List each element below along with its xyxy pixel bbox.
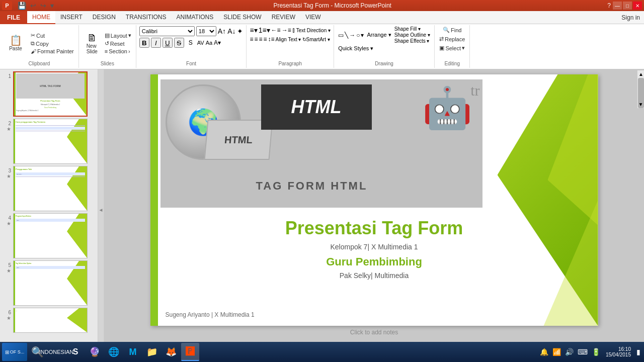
tray-icon-4[interactable]: ⌨	[576, 348, 589, 356]
maximize-button[interactable]: □	[623, 2, 632, 10]
slide-thumbnail-4[interactable]: Program Input Button code...	[13, 213, 88, 258]
vertical-scrollbar[interactable]: ▲ ▼	[637, 70, 644, 108]
slide-thumbnail-3[interactable]: Penggunaan Tab code block...	[13, 166, 88, 211]
slide-thumbnail-1[interactable]: HTML TAG FORM Presentasi Tag Form Kelomp…	[13, 71, 88, 117]
start-button[interactable]: ⊞ OF S...	[2, 343, 27, 361]
align-center-button[interactable]: ≡	[254, 36, 258, 43]
text-direction-button[interactable]: Text Direction ▾	[296, 28, 331, 33]
find-button[interactable]: 🔍 Find	[441, 26, 463, 34]
taskbar-icon-powerpoint[interactable]: 🅿	[181, 343, 199, 361]
bullet-list-button[interactable]: ≡▾	[250, 26, 257, 34]
select-button[interactable]: ▣ Select ▾	[438, 44, 466, 52]
font-color-button[interactable]: A▾	[214, 39, 221, 46]
tab-slideshow[interactable]: SLIDE SHOW	[218, 11, 266, 24]
panel-collapse-button[interactable]: ◄	[98, 69, 104, 350]
bold-button[interactable]: B	[139, 38, 149, 48]
font-spacing-button[interactable]: AV	[197, 40, 204, 46]
copy-button[interactable]: ⧉ Copy	[29, 40, 75, 47]
click-to-add-notes[interactable]: Click to add notes	[350, 329, 398, 336]
window-title: Presentasi Tag Form - Microsoft PowerPoi…	[57, 2, 607, 9]
paragraph-group: ≡▾ 1≡▾ ←≡ →≡ ⫿ Text Direction ▾ ≡ ≡ ≡ ≡ …	[247, 25, 334, 68]
show-desktop-button[interactable]: ▮	[635, 348, 642, 356]
taskbar-icon-firefox[interactable]: 🦊	[162, 343, 180, 361]
align-text-button[interactable]: Align Text ▾	[276, 37, 301, 42]
cut-button[interactable]: ✂ Cut	[29, 32, 75, 39]
shape-rect-button[interactable]: ▭	[338, 32, 344, 39]
sign-in-button[interactable]: Sign in	[617, 13, 644, 22]
shape-arrow-button[interactable]: →	[349, 32, 355, 39]
tray-icon-3[interactable]: 🔊	[564, 348, 575, 356]
tab-animations[interactable]: ANIMATIONS	[171, 11, 218, 24]
taskbar-icon-indonesian[interactable]: INDONESIAN	[47, 343, 65, 361]
taskbar-icon-program1[interactable]: 🔮	[86, 343, 104, 361]
increase-font-button[interactable]: A↑	[218, 27, 226, 35]
customize-qat-button[interactable]: ▾	[49, 1, 55, 10]
taskbar-icon-folder[interactable]: 📁	[143, 343, 161, 361]
font-case-button[interactable]: Aa	[206, 40, 212, 46]
replace-button[interactable]: ⇄ Replace	[438, 35, 466, 43]
new-slide-button[interactable]: 🗎 NewSlide	[82, 32, 102, 55]
shape-fill-button[interactable]: Shape Fill ▾	[394, 26, 430, 32]
tab-view[interactable]: VIEW	[300, 11, 326, 24]
save-button[interactable]: 💾	[16, 1, 28, 10]
convert-smartart-button[interactable]: ↻SmartArt ▾	[302, 37, 330, 42]
shape-line-button[interactable]: ╲	[345, 32, 348, 39]
scroll-up-button[interactable]: ▲	[637, 70, 644, 78]
taskbar-icon-metro[interactable]: M	[124, 343, 142, 361]
font-size-select[interactable]: 18	[196, 26, 216, 36]
numbered-list-button[interactable]: 1≡▾	[259, 26, 270, 34]
tab-file[interactable]: FILE	[0, 11, 27, 24]
minimize-button[interactable]: —	[613, 2, 622, 10]
undo-button[interactable]: ↩	[29, 1, 38, 10]
tray-icon-1[interactable]: 🔔	[538, 348, 550, 356]
slide-thumbnail-5[interactable]: Tag Select dan Option code...	[13, 260, 88, 306]
tab-review[interactable]: REVIEW	[267, 11, 300, 24]
justify-button[interactable]: ≡	[264, 36, 267, 43]
section-button[interactable]: ≡ Section ›	[103, 48, 133, 55]
clear-format-button[interactable]: ✦	[237, 27, 243, 35]
tab-insert[interactable]: INSERT	[55, 11, 88, 24]
paste-button[interactable]: 📋 Paste	[3, 34, 28, 52]
underline-button[interactable]: U	[163, 38, 173, 48]
tab-design[interactable]: DESIGN	[88, 11, 121, 24]
increase-indent-button[interactable]: →≡	[282, 27, 291, 34]
shape-effects-button[interactable]: Shape Effects ▾	[394, 38, 430, 44]
columns-button[interactable]: ⫿	[292, 27, 295, 34]
clock-time: 16:10	[606, 346, 631, 352]
slide-subtitle[interactable]: Kelompok 7| X Multimedia 1	[150, 243, 598, 251]
slide-teacher-label[interactable]: Guru Pembimbing	[150, 255, 598, 268]
help-button[interactable]: ?	[607, 2, 611, 9]
slide-thumbnail-6[interactable]: ...	[13, 308, 88, 333]
tray-icon-2[interactable]: 📶	[551, 348, 562, 356]
format-painter-button[interactable]: 🖌 Format Painter	[29, 48, 75, 55]
reset-button[interactable]: ↺ Reset	[103, 40, 133, 47]
decrease-font-button[interactable]: A↓	[227, 27, 235, 35]
align-left-button[interactable]: ≡	[250, 36, 253, 43]
quick-styles-button[interactable]: Quick Styles ▾	[338, 45, 373, 52]
slide-author[interactable]: Sugeng Ariyanto | X Multimedia 1	[166, 311, 255, 318]
italic-button[interactable]: I	[151, 38, 161, 48]
shape-oval-button[interactable]: ○	[356, 32, 360, 39]
slide-title[interactable]: Presentasi Tag Form	[150, 218, 598, 239]
decrease-indent-button[interactable]: ←≡	[271, 27, 281, 34]
shape-outline-button[interactable]: Shape Outline ▾	[394, 32, 430, 38]
layout-button[interactable]: ▤ Layout ▾	[103, 32, 133, 39]
redo-button[interactable]: ↪	[39, 1, 48, 10]
slide-thumbnail-2[interactable]: Cara penggunaan Tag Textarea ...	[13, 119, 88, 164]
scroll-down-button[interactable]: ▼	[637, 102, 644, 107]
strikethrough-button[interactable]: S	[174, 38, 184, 48]
tab-home[interactable]: HOME	[27, 11, 55, 24]
taskbar-icon-s[interactable]: S	[66, 343, 85, 361]
shape-more-button[interactable]: ▾	[361, 32, 364, 39]
tray-icon-5[interactable]: 🔋	[590, 348, 602, 356]
arrange-button[interactable]: Arrange ▾	[367, 32, 391, 38]
reset-icon: ↺	[105, 40, 109, 47]
close-button[interactable]: ✕	[633, 2, 642, 10]
tab-transitions[interactable]: TRANSITIONS	[121, 11, 172, 24]
taskbar-icon-globe[interactable]: 🌐	[105, 343, 123, 361]
line-spacing-button[interactable]: ↕≡	[268, 36, 275, 43]
align-right-button[interactable]: ≡	[259, 36, 263, 43]
font-shadow-button[interactable]: S	[186, 38, 196, 48]
slide-teacher-name[interactable]: Pak Selky| Multimedia	[150, 272, 598, 280]
font-family-select[interactable]: Calibri	[139, 26, 195, 36]
